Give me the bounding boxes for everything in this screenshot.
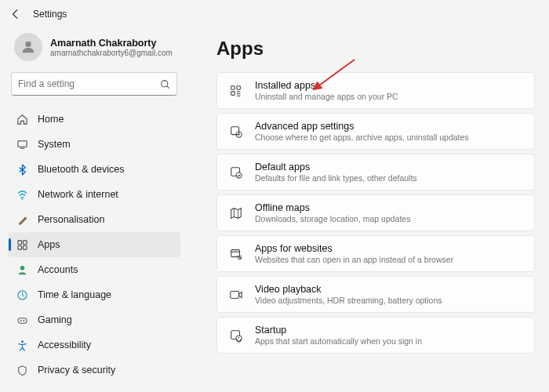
svg-rect-31 [231,291,239,298]
svg-rect-8 [17,245,21,249]
card-desc: Uninstall and manage apps on your PC [255,92,398,101]
card-desc: Video adjustments, HDR streaming, batter… [255,296,442,305]
svg-point-10 [20,265,24,270]
card-video-playback[interactable]: Video playback Video adjustments, HDR st… [216,276,535,313]
nav-list: Home System Bluetooth & devices Network … [8,107,180,383]
accounts-icon [16,263,28,276]
profile-name: Amarnath Chakraborty [50,38,173,49]
content-area: Amarnath Chakraborty amarnathchakraborty… [0,28,549,392]
svg-point-14 [23,320,24,321]
map-icon [228,205,244,221]
sidebar-item-personalisation[interactable]: Personalisation [8,207,180,232]
search-icon [159,78,170,89]
apps-icon [16,238,28,251]
advanced-settings-icon [228,124,244,140]
card-text: Offline maps Downloads, storage location… [255,202,410,223]
sidebar-item-apps[interactable]: Apps [8,232,180,257]
card-title: Startup [255,325,422,336]
installed-apps-icon [228,83,244,99]
wifi-icon [16,188,28,201]
accessibility-icon [16,339,28,351]
back-button[interactable] [9,8,22,20]
card-desc: Websites that can open in an app instead… [255,255,453,264]
sidebar-item-label: Bluetooth & devices [38,164,125,175]
svg-point-5 [21,198,23,199]
card-installed-apps[interactable]: Installed apps Uninstall and manage apps… [216,72,535,109]
sidebar-item-bluetooth[interactable]: Bluetooth & devices [8,157,180,182]
titlebar: Settings [0,0,549,28]
svg-point-0 [25,42,31,47]
apps-websites-icon [228,246,244,262]
main-panel: Apps Installed apps Uninstall and manage… [188,28,549,392]
sidebar-item-label: Accessibility [38,339,91,350]
svg-point-26 [236,172,242,178]
sidebar-item-gaming[interactable]: Gaming [8,307,180,332]
svg-point-1 [161,80,167,86]
card-title: Installed apps [255,80,398,91]
clock-globe-icon [16,289,28,301]
sidebar-item-label: Personalisation [38,214,104,225]
person-icon [20,38,37,56]
card-desc: Defaults for file and link types, other … [255,173,417,183]
sidebar-item-system[interactable]: System [8,132,180,157]
sidebar-item-accessibility[interactable]: Accessibility [8,332,180,358]
card-title: Advanced app settings [255,121,469,132]
card-title: Apps for websites [255,243,453,254]
window-title: Settings [33,9,67,20]
settings-window: Settings Amarnath Chakraborty amarnathch… [0,0,549,392]
bluetooth-icon [16,163,28,176]
svg-rect-17 [237,85,241,89]
sidebar-item-privacy[interactable]: Privacy & security [8,358,180,383]
gaming-icon [16,314,28,326]
sidebar-item-label: Network & internet [38,189,118,200]
sidebar-item-home[interactable]: Home [8,107,180,132]
card-desc: Downloads, storage location, map updates [255,214,410,223]
sidebar-item-network[interactable]: Network & internet [8,182,180,207]
card-text: Default apps Defaults for file and link … [255,162,417,183]
startup-icon [228,328,244,343]
sidebar: Amarnath Chakraborty amarnathchakraborty… [0,28,188,392]
system-icon [16,138,28,151]
card-apps-for-websites[interactable]: Apps for websites Websites that can open… [216,235,535,272]
sidebar-item-accounts[interactable]: Accounts [8,257,180,282]
svg-rect-6 [17,240,21,244]
svg-point-13 [20,320,21,321]
arrow-left-icon [10,9,21,20]
sidebar-item-label: Accounts [38,264,78,275]
svg-rect-12 [17,318,26,323]
svg-rect-16 [231,85,235,89]
video-icon [228,287,244,303]
paintbrush-icon [16,213,28,226]
card-startup[interactable]: Startup Apps that start automatically wh… [216,317,535,354]
profile-text: Amarnath Chakraborty amarnathchakraborty… [50,38,173,57]
card-text: Startup Apps that start automatically wh… [255,325,422,346]
sidebar-item-label: Time & language [38,289,111,300]
svg-line-2 [166,85,168,87]
card-text: Apps for websites Websites that can open… [255,243,453,264]
card-advanced-app-settings[interactable]: Advanced app settings Choose where to ge… [216,113,535,150]
card-title: Video playback [255,284,442,295]
settings-cards: Installed apps Uninstall and manage apps… [216,72,535,354]
svg-rect-9 [23,245,27,249]
card-default-apps[interactable]: Default apps Defaults for file and link … [216,154,535,191]
svg-rect-7 [23,240,27,244]
card-text: Advanced app settings Choose where to ge… [255,121,469,142]
home-icon [16,113,28,125]
card-desc: Apps that start automatically when you s… [255,336,422,346]
avatar [14,33,42,61]
page-title: Apps [216,38,535,60]
search-box[interactable] [11,72,177,96]
sidebar-item-time[interactable]: Time & language [8,282,180,307]
profile-email: amarnathchakraborty6@gmail.com [50,49,173,57]
shield-icon [16,364,28,376]
card-text: Installed apps Uninstall and manage apps… [255,80,398,101]
card-text: Video playback Video adjustments, HDR st… [255,284,442,305]
svg-point-15 [21,340,24,343]
card-offline-maps[interactable]: Offline maps Downloads, storage location… [216,194,535,231]
profile-block[interactable]: Amarnath Chakraborty amarnathchakraborty… [8,28,180,72]
svg-point-24 [238,133,240,135]
search-input[interactable] [18,78,159,89]
sidebar-item-label: Apps [38,239,60,250]
card-desc: Choose where to get apps, archive apps, … [255,132,469,142]
sidebar-item-label: Privacy & security [38,365,115,376]
